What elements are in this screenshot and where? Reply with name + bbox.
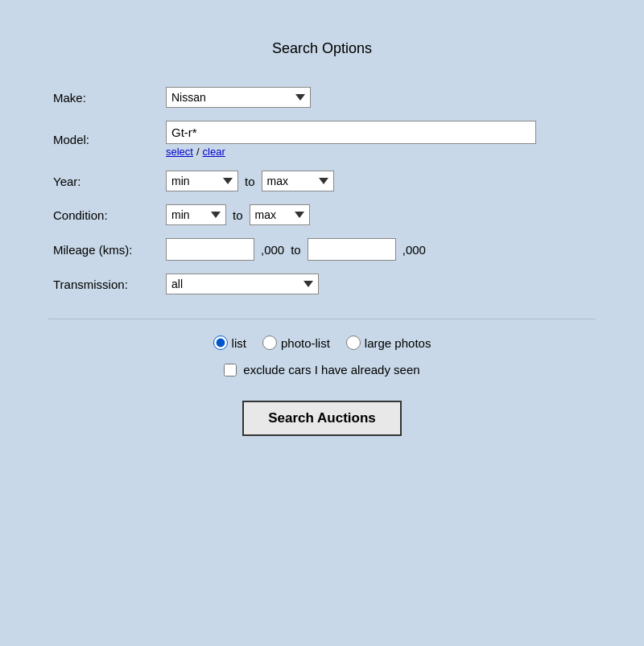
divider (48, 319, 596, 319)
form-table: Make: Nissan Toyota Honda Mazda Subaru M… (48, 77, 596, 304)
mileage-max-input[interactable] (308, 238, 396, 261)
large-photos-radio[interactable] (346, 335, 361, 350)
list-option[interactable]: list (213, 335, 246, 350)
year-to-label: to (245, 175, 255, 188)
mileage-min-thousand: ,000 (261, 243, 284, 257)
search-auctions-button[interactable]: Search Auctions (242, 401, 402, 436)
clear-link[interactable]: clear (203, 146, 225, 158)
slash-separator: / (196, 146, 200, 158)
make-select[interactable]: Nissan Toyota Honda Mazda Subaru (166, 87, 311, 108)
make-row: Make: Nissan Toyota Honda Mazda Subaru (48, 84, 596, 111)
list-label: list (232, 336, 246, 350)
make-control-cell: Nissan Toyota Honda Mazda Subaru (161, 84, 596, 111)
year-control-cell: min 200020012002 200320042005 to max 201… (161, 167, 596, 195)
page-title: Search Options (48, 40, 596, 57)
view-options: list photo-list large photos (48, 335, 596, 350)
year-control: min 200020012002 200320042005 to max 201… (166, 171, 591, 191)
mileage-label: Mileage (kms): (48, 235, 161, 264)
photo-list-radio[interactable] (262, 335, 277, 350)
photo-list-option[interactable]: photo-list (262, 335, 330, 350)
condition-label: Condition: (48, 201, 161, 228)
model-label: Model: (48, 117, 161, 161)
search-button-wrapper: Search Auctions (48, 401, 596, 436)
exclude-label: exclude cars I have already seen (243, 363, 419, 376)
year-label: Year: (48, 167, 161, 195)
transmission-label: Transmission: (48, 270, 161, 298)
main-container: Search Options Make: Nissan Toyota Honda… (24, 24, 620, 460)
transmission-control-cell: all automatic manual (161, 270, 596, 298)
exclude-checkbox[interactable] (224, 364, 237, 376)
condition-control-cell: min 12345 to max 12345 (161, 201, 596, 228)
photo-list-label: photo-list (281, 336, 330, 350)
large-photos-label: large photos (365, 336, 431, 350)
exclude-option[interactable]: exclude cars I have already seen (48, 363, 596, 376)
mileage-to-label: to (291, 243, 301, 257)
large-photos-option[interactable]: large photos (346, 335, 431, 350)
condition-to-label: to (233, 208, 243, 222)
year-max-select[interactable]: max 201020152020 (262, 171, 334, 191)
make-label: Make: (48, 84, 161, 111)
mileage-row: Mileage (kms): ,000 to ,000 (48, 235, 596, 264)
year-min-select[interactable]: min 200020012002 200320042005 (166, 171, 238, 191)
list-radio[interactable] (213, 335, 228, 350)
condition-max-select[interactable]: max 12345 (250, 204, 310, 225)
condition-min-select[interactable]: min 12345 (166, 204, 226, 225)
mileage-control: ,000 to ,000 (166, 238, 591, 261)
mileage-max-thousand: ,000 (402, 243, 426, 257)
model-control-cell: select / clear (161, 117, 596, 161)
select-link[interactable]: select (166, 146, 193, 158)
transmission-row: Transmission: all automatic manual (48, 270, 596, 298)
condition-row: Condition: min 12345 to max 12345 (48, 201, 596, 228)
model-links: select / clear (166, 146, 591, 158)
year-row: Year: min 200020012002 200320042005 to m… (48, 167, 596, 195)
mileage-min-input[interactable] (166, 238, 254, 261)
model-input[interactable] (166, 121, 536, 144)
transmission-select[interactable]: all automatic manual (166, 274, 319, 294)
model-row: Model: select / clear (48, 117, 596, 161)
condition-control: min 12345 to max 12345 (166, 204, 591, 225)
mileage-control-cell: ,000 to ,000 (161, 235, 596, 264)
